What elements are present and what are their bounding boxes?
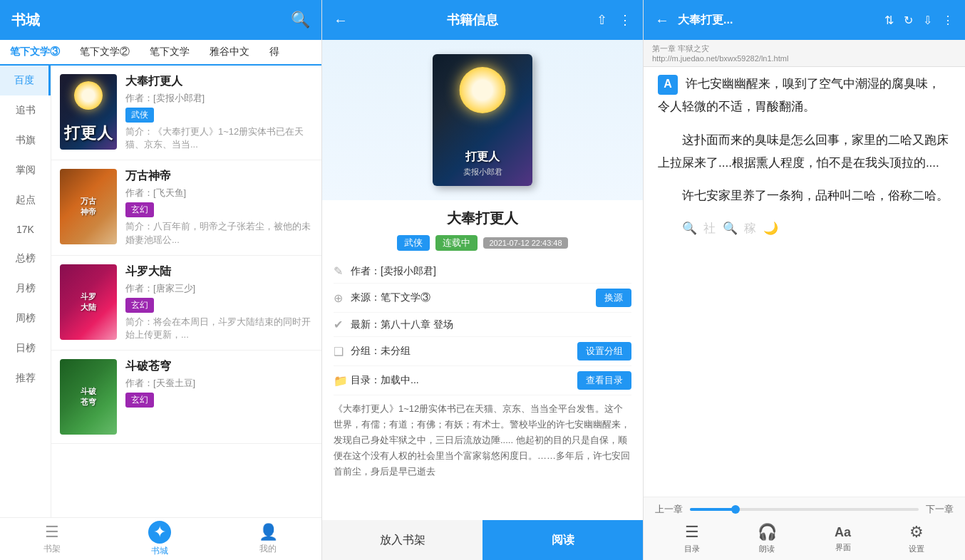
toolbar-settings[interactable]: ⚙ 设置 [909,523,924,554]
interface-icon: Aa [835,525,851,540]
sidebar-item-qidian[interactable]: 起点 [0,185,51,215]
bookstore-title: 书城 [11,11,40,30]
catalog-toolbar-label: 目录 [684,544,700,554]
reading-back-icon[interactable]: ← [655,12,669,28]
book-title-3: 斗罗大陆 [125,264,313,279]
reading-para-4: 🔍 社 🔍 稼 🌙 [658,217,951,240]
info-desc: 《大奉打更人》1~12册实体书已在天猫、京东、当当全平台发售。这个世界，有儒；有… [334,395,631,485]
info-catalog-label: 目录：加载中... [351,374,419,387]
info-cover-area: 打更人 卖报小郎君 [322,40,643,200]
tab-笔下文学3[interactable]: 笔下文学③ [0,40,70,66]
info-author-label: 作者：[卖报小郎君] [351,265,436,278]
book-cover-text-4: 斗破苍穹 [78,383,99,410]
book-author-2: 作者：[飞天鱼] [125,187,313,199]
catalog-icon: 📁 [334,374,351,388]
reading-header-icons: ⇅ ↻ ⇩ ⋮ [884,14,954,27]
sidebar-item-shuqi[interactable]: 书旗 [0,125,51,155]
refresh-icon[interactable]: ↻ [904,14,913,27]
settings-toolbar-label: 设置 [909,544,924,554]
toolbar-interface[interactable]: Aa 界面 [835,525,851,553]
nav-item-bookstore[interactable]: ✦ 书城 [148,521,171,557]
book-item-1[interactable]: 打更人 大奉打更人 作者：[卖报小郎君] 武侠 简介：《大奉打更人》1~12册实… [51,66,321,160]
download-icon[interactable]: ⇩ [923,14,932,27]
share-icon[interactable]: ⇧ [597,12,607,28]
reading-content: A 许七安幽幽醒来，嗅到了空气中潮湿的腐臭味，令人轻微的不适，胃酸翻涌。 这扑面… [644,67,965,497]
back-icon[interactable]: ← [334,12,348,28]
reading-url-bar: 第一章 牢狱之灾 http://m.juedao.net/bxwx59282/l… [644,40,965,67]
group-icon: ❑ [334,345,351,358]
listen-toolbar-label: 朗读 [759,544,775,554]
reading-url: http://m.juedao.net/bxwx59282/ln1.html [652,54,956,63]
sidebar-item-日榜[interactable]: 日榜 [0,333,51,363]
change-source-button[interactable]: 换源 [596,289,631,307]
book-desc-2: 简介：八百年前，明帝之子张若尘，被他的未婚妻池瑶公... [125,220,313,246]
interface-toolbar-label: 界面 [835,542,851,553]
book-cover-4: 斗破苍穹 [60,359,117,435]
author-icon: ✎ [334,264,351,278]
reading-para-2-text: 这扑面而来的臭味是怎么回事，家里的二哈又跑床上拉屎来了....根据熏人程度，怕不… [658,133,949,170]
book-info-2: 万古神帝 作者：[飞天鱼] 玄幻 简介：八百年前，明帝之子张若尘，被他的未婚妻池… [117,169,313,246]
sidebar-item-17k[interactable]: 17K [0,215,51,244]
reading-controls: 上一章 下一章 ☰ 目录 🎧 朗读 Aa 界面 ⚙ 设置 [644,497,965,560]
book-item-3[interactable]: 斗罗大陆 斗罗大陆 作者：[唐家三少] 玄幻 简介：将会在本周日，斗罗大陆结束的… [51,256,321,351]
book-item-4[interactable]: 斗破苍穹 斗破苍穹 作者：[天蚕土豆] 玄幻 [51,351,321,444]
book-author-3: 作者：[唐家三少] [125,282,313,295]
nav-label-profile: 我的 [259,543,277,555]
reading-header: ← 大奉打更... ⇅ ↻ ⇩ ⋮ [644,0,965,40]
info-cover-title-text: 打更人 [465,150,500,165]
read-button[interactable]: 阅读 [482,520,643,560]
tab-笔下文学[interactable]: 笔下文学 [140,40,200,64]
nav-item-shelf[interactable]: ☰ 书架 [43,523,61,555]
book-info-3: 斗罗大陆 作者：[唐家三少] 玄幻 简介：将会在本周日，斗罗大陆结束的同时开始上… [117,264,313,341]
tab-笔下文学2[interactable]: 笔下文学② [70,40,140,64]
info-tag-serializing: 连载中 [435,235,478,251]
book-title-2: 万古神帝 [125,169,313,184]
sidebar-item-周榜[interactable]: 周榜 [0,304,51,333]
info-bottom-btns: 放入书架 阅读 [322,520,643,560]
book-item-2[interactable]: 万古神帝 万古神帝 作者：[飞天鱼] 玄幻 简介：八百年前，明帝之子张若尘，被他… [51,160,321,255]
info-details: ✎ 作者：[卖报小郎君] ⊕ 来源：笔下文学③ 换源 ✔ 最新：第八十八章 登场… [322,254,643,520]
more-icon[interactable]: ⋮ [619,12,631,28]
sidebar-item-zhuishu[interactable]: 追书 [0,95,51,125]
book-title-4: 斗破苍穹 [125,359,313,374]
info-tag-date: 2021-07-12 22:43:48 [483,237,567,249]
silhouette-decoration: 打更人 [64,90,113,144]
search-icon[interactable]: 🔍 [291,11,310,29]
info-tag-wuxia: 武侠 [397,235,430,251]
letter-a-badge: A [658,75,678,95]
sidebar-item-推荐[interactable]: 推荐 [0,363,51,393]
info-latest-label: 最新：第八十八章 登场 [351,318,453,331]
nav-item-profile[interactable]: 👤 我的 [259,523,278,555]
set-group-button[interactable]: 设置分组 [577,342,631,361]
sidebar-item-baidu[interactable]: 百度 [0,66,51,95]
toolbar-catalog[interactable]: ☰ 目录 [684,523,700,554]
sort-icon[interactable]: ⇅ [884,14,894,27]
book-cover-text-3: 斗罗大陆 [78,289,99,316]
view-catalog-button[interactable]: 查看目录 [577,371,631,390]
info-row-author: ✎ 作者：[卖报小郎君] [334,259,631,284]
sidebar-item-月榜[interactable]: 月榜 [0,274,51,304]
bookinfo-header-title: 书籍信息 [356,11,588,28]
info-row-source: ⊕ 来源：笔下文学③ 换源 [334,284,631,313]
content-area: 百度 追书 书旗 掌阅 起点 17K 总榜 月榜 周榜 日榜 推荐 打更人 [0,66,321,517]
latest-icon: ✔ [334,318,351,331]
toolbar-listen[interactable]: 🎧 朗读 [758,523,777,554]
bookinfo-header-icons: ⇧ ⋮ [597,12,631,28]
reading-progress-row: 上一章 下一章 [655,503,954,516]
reading-search-icons-row: 🔍 社 🔍 稼 🌙 [682,222,778,235]
reading-progress-bar[interactable] [690,508,919,511]
info-cover-subtitle: 卖报小郎君 [463,167,502,177]
sidebar-item-总榜[interactable]: 总榜 [0,244,51,274]
prev-chapter-button[interactable]: 上一章 [655,503,683,516]
tab-得[interactable]: 得 [259,40,289,64]
reading-header-title: 大奉打更... [678,13,876,28]
source-icon: ⊕ [334,291,351,305]
sidebar-item-zhangyue[interactable]: 掌阅 [0,155,51,185]
next-chapter-button[interactable]: 下一章 [926,503,954,516]
reading-panel: ← 大奉打更... ⇅ ↻ ⇩ ⋮ 第一章 牢狱之灾 http://m.jued… [644,0,965,560]
reading-more-icon[interactable]: ⋮ [942,14,954,27]
book-desc-3: 简介：将会在本周日，斗罗大陆结束的同时开始上传更新，... [125,316,313,341]
add-to-shelf-button[interactable]: 放入书架 [322,520,482,560]
reading-para-1-text: 许七安幽幽醒来，嗅到了空气中潮湿的腐臭味，令人轻微的不适，胃酸翻涌。 [658,77,940,113]
tab-雅谷中文[interactable]: 雅谷中文 [200,40,259,64]
